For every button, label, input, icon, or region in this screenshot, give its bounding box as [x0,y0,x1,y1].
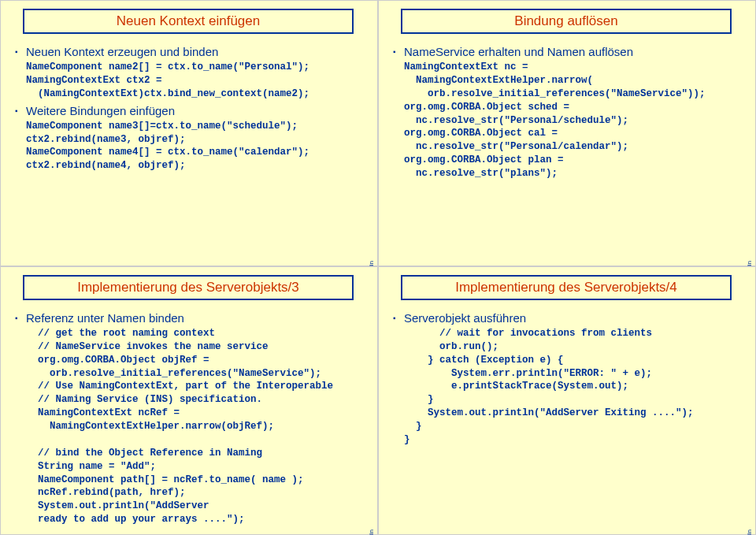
bullet: NameService erhalten und Namen auflösen [393,45,747,58]
code-block: NamingContextExt nc = NamingContextExtHe… [404,61,747,180]
bullet: Neuen Kontext erzeugen und binden [15,45,369,58]
slide-title: Neuen Kontext einfügen [23,9,354,34]
credit: © Robert Tolksdorf, Berlin [368,529,375,535]
code-block: // get the root naming context // NameSe… [26,327,369,526]
slide-title: Bindung auflösen [401,9,732,34]
bullet: Referenz unter Namen binden [15,311,369,325]
page-number: [32]© Robert Tolksdorf, Berlin [746,529,753,535]
slide-32: Implementierung des Serverobjekts/4 Serv… [378,266,756,535]
bullet: Weitere Bindungen einfügen [15,104,369,117]
slide-30: Bindung auflösen NameService erhalten un… [378,0,756,266]
code-block: NameComponent name3[]=ctx.to_name("sched… [26,120,369,173]
code-block: NameComponent name2[] = ctx.to_name("Per… [26,61,369,101]
slide-title: Implementierung des Serverobjekts/3 [23,275,354,300]
bullet: Serverobjekt ausführen [393,311,747,325]
slide-31: Implementierung des Serverobjekts/3 Refe… [0,266,378,535]
code-block: // wait for invocations from clients orb… [404,327,747,447]
page-number: [31]© Robert Tolksdorf, Berlin [368,529,375,535]
credit: © Robert Tolksdorf, Berlin [746,529,753,535]
slide-title: Implementierung des Serverobjekts/4 [401,275,732,300]
slide-29: Neuen Kontext einfügen Neuen Kontext erz… [0,0,378,266]
